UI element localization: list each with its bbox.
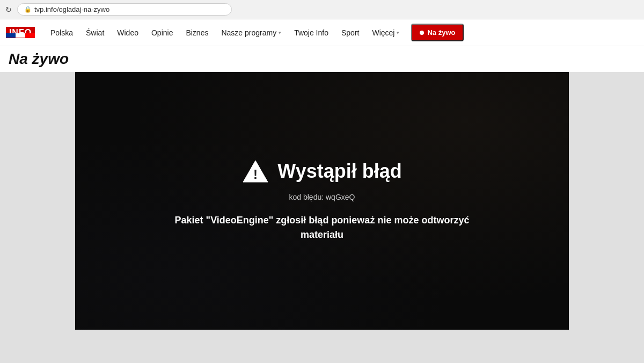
logo-flag (6, 33, 35, 38)
warning-triangle-icon: ! (242, 159, 269, 183)
url-text: tvp.info/ogladaj-na-zywo (34, 5, 109, 13)
reload-button[interactable]: ↻ (5, 5, 12, 14)
nav-item-opinie[interactable]: Opinie (146, 25, 178, 40)
error-message: Pakiet "VideoEngine" zgłosił błąd poniew… (156, 213, 488, 242)
live-label: Na żywo (427, 28, 455, 37)
live-dot-icon (420, 31, 424, 35)
nav-item-wiecej[interactable]: Więcej ▾ (367, 25, 405, 40)
video-player: ! Wystąpił błąd kod błędu: wqGxeQ Pakiet… (75, 72, 569, 330)
navbar: INFO Polska Świat Wideo Opinie Biznes Na… (0, 19, 644, 46)
nav-item-wideo[interactable]: Wideo (112, 25, 144, 40)
nav-item-swiat[interactable]: Świat (80, 25, 109, 40)
nav-items: Polska Świat Wideo Opinie Biznes Nasze p… (45, 24, 638, 41)
nav-item-biznes[interactable]: Biznes (180, 25, 214, 40)
error-code: kod błędu: wqGxeQ (156, 193, 488, 201)
page-title: Na żywo (9, 50, 635, 68)
chevron-down-icon: ▾ (279, 30, 281, 35)
error-title: Wystąpił błąd (277, 160, 401, 183)
address-bar[interactable]: 🔒 tvp.info/ogladaj-na-zywo (17, 3, 232, 16)
lock-icon: 🔒 (24, 6, 32, 13)
logo-area[interactable]: INFO (6, 24, 34, 42)
nav-item-nasze-programy[interactable]: Nasze programy ▾ (216, 25, 287, 40)
logo-box: INFO (6, 24, 34, 42)
browser-chrome: ↻ 🔒 tvp.info/ogladaj-na-zywo (0, 0, 644, 19)
chevron-down-icon-2: ▾ (397, 30, 399, 35)
nav-item-twoje-info[interactable]: Twoje Info (289, 25, 334, 40)
error-content: ! Wystąpił błąd kod błędu: wqGxeQ Pakiet… (145, 149, 499, 253)
nav-item-polska[interactable]: Polska (45, 25, 78, 40)
page-title-area: Na żywo (0, 46, 644, 72)
svg-text:!: ! (253, 167, 258, 182)
nav-item-sport[interactable]: Sport (336, 25, 364, 40)
error-title-row: ! Wystąpił błąd (156, 159, 488, 183)
live-button[interactable]: Na żywo (411, 24, 464, 41)
